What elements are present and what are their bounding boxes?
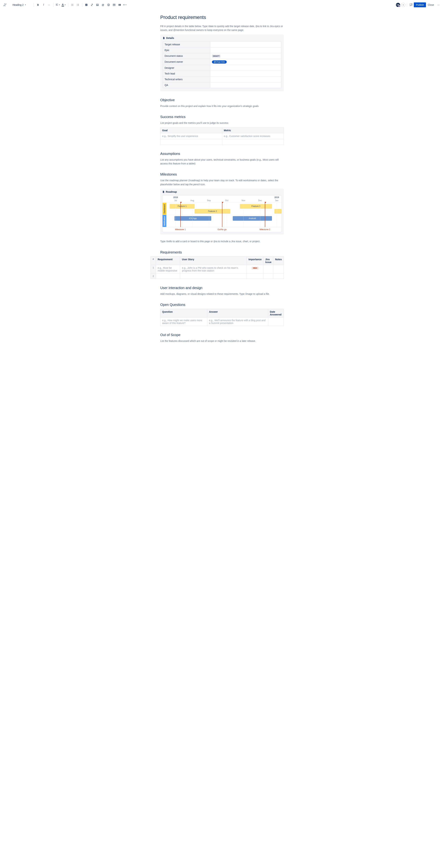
details-row[interactable]: Designer bbox=[163, 65, 281, 71]
request-changes-button[interactable] bbox=[408, 2, 414, 8]
layouts-button[interactable] bbox=[117, 2, 123, 8]
emoji-button[interactable] bbox=[106, 2, 111, 8]
open-question-row[interactable]: e.g., How might we make users more aware… bbox=[161, 317, 284, 326]
out-of-scope-text[interactable]: List the features discussed which are ou… bbox=[160, 339, 284, 343]
requirement-row[interactable]: 2 bbox=[151, 273, 284, 279]
roadmap-chart[interactable]: 20182019JulAugSepOctNovDecJan DashboardF… bbox=[162, 195, 282, 232]
details-value[interactable] bbox=[210, 47, 281, 53]
success-heading[interactable]: Success metrics bbox=[160, 115, 284, 119]
open-question-cell[interactable] bbox=[268, 317, 284, 326]
details-value[interactable] bbox=[210, 65, 281, 71]
requirement-cell[interactable]: e.g., Must be mobile responsive bbox=[156, 265, 180, 273]
details-row[interactable]: Epic bbox=[163, 47, 281, 53]
text-style-select[interactable]: Heading 2 ▼ bbox=[11, 3, 30, 7]
details-row[interactable]: Document owner@Chan Kim bbox=[163, 59, 281, 65]
assumptions-text[interactable]: List any assumptions you have about your… bbox=[160, 158, 284, 166]
milestone-label: Milestone 2 bbox=[260, 228, 270, 231]
roadmap-bar[interactable]: Feature 1 bbox=[170, 204, 195, 209]
details-value[interactable] bbox=[210, 76, 281, 82]
details-row[interactable]: Target release bbox=[163, 41, 281, 47]
more-formatting-button[interactable]: ··· bbox=[46, 2, 52, 8]
roadmap-bar[interactable]: iOS App bbox=[174, 216, 211, 221]
success-metrics-table[interactable]: Goal Metric e.g., Simplify the user expe… bbox=[160, 127, 284, 145]
numbered-list-button[interactable]: 123 bbox=[75, 2, 81, 8]
details-row[interactable]: Tech lead bbox=[163, 71, 281, 76]
milestone-line bbox=[180, 203, 181, 227]
page-title[interactable]: Product requirements bbox=[160, 14, 284, 20]
milestones-heading[interactable]: Milestones bbox=[160, 173, 284, 176]
requirement-row[interactable]: 1e.g., Must be mobile responsivee.g., Jo… bbox=[151, 265, 284, 273]
uid-heading[interactable]: User interaction and design bbox=[160, 286, 284, 290]
insert-button[interactable]: + ▼ bbox=[123, 2, 128, 8]
out-of-scope-heading[interactable]: Out of Scope bbox=[160, 333, 284, 337]
metrics-cell[interactable] bbox=[161, 139, 222, 145]
details-value[interactable] bbox=[210, 82, 281, 88]
importance-cell[interactable]: HIGH bbox=[247, 265, 263, 273]
text-color-button[interactable]: A ▼ bbox=[61, 2, 67, 8]
roadmap-footer-text[interactable]: Type /trello to add a card or board to t… bbox=[160, 239, 284, 243]
more-actions-button[interactable]: ··· bbox=[436, 2, 441, 8]
details-value[interactable] bbox=[210, 71, 281, 76]
avatar-editing-badge: ✎ bbox=[398, 5, 401, 7]
notes-cell[interactable] bbox=[273, 265, 284, 273]
user-story-cell[interactable] bbox=[180, 273, 247, 279]
col-importance: Importance bbox=[247, 256, 263, 265]
italic-button[interactable]: I bbox=[41, 2, 46, 8]
assumptions-heading[interactable]: Assumptions bbox=[160, 152, 284, 156]
align-button[interactable]: ▼ bbox=[55, 2, 61, 8]
objective-heading[interactable]: Objective bbox=[160, 98, 284, 102]
requirements-table[interactable]: # Requirement User Story Importance Jira… bbox=[150, 256, 284, 279]
roadmap-panel[interactable]: Roadmap 20182019JulAugSepOctNovDecJan Da… bbox=[160, 189, 284, 235]
user-mention[interactable]: @Chan Kim bbox=[212, 60, 227, 64]
jira-cell[interactable] bbox=[264, 273, 273, 279]
success-text[interactable]: List project goals and the metrics you'l… bbox=[160, 121, 284, 125]
open-question-cell[interactable]: e.g., How might we make users more aware… bbox=[161, 317, 207, 326]
details-row[interactable]: QA bbox=[163, 82, 281, 88]
importance-cell[interactable] bbox=[247, 273, 263, 279]
bullet-list-button[interactable] bbox=[70, 2, 75, 8]
close-button[interactable]: Close bbox=[426, 2, 436, 7]
intro-text[interactable]: Fill in project details in the table bel… bbox=[160, 24, 284, 32]
roadmap-bar[interactable]: Android bbox=[233, 216, 272, 221]
details-panel[interactable]: Details Target releaseEpicDocument statu… bbox=[160, 35, 284, 91]
open-questions-heading[interactable]: Open Questions bbox=[160, 303, 284, 307]
month-label: Oct bbox=[225, 199, 229, 202]
month-label: Aug bbox=[191, 199, 194, 202]
link-button[interactable] bbox=[89, 2, 95, 8]
jira-cell[interactable] bbox=[264, 265, 273, 273]
invite-button[interactable]: + bbox=[401, 3, 405, 7]
publish-button[interactable]: Publish bbox=[414, 2, 426, 7]
table-button[interactable] bbox=[111, 2, 117, 8]
metrics-cell[interactable]: e.g., Customer satisfaction score increa… bbox=[222, 133, 284, 139]
details-row[interactable]: Document statusDRAFT bbox=[163, 53, 281, 59]
confluence-logo[interactable] bbox=[3, 3, 7, 7]
uid-text[interactable]: Add mockups, diagrams, or visual designs… bbox=[160, 292, 284, 296]
metrics-row[interactable] bbox=[161, 139, 284, 145]
details-row[interactable]: Technical writers bbox=[163, 76, 281, 82]
metrics-row[interactable]: e.g., Simplify the user experiencee.g., … bbox=[161, 133, 284, 139]
requirements-heading[interactable]: Requirements bbox=[160, 250, 284, 254]
milestone-line bbox=[265, 203, 265, 227]
requirement-cell[interactable] bbox=[156, 273, 180, 279]
metrics-cell[interactable]: e.g., Simplify the user experience bbox=[161, 133, 222, 139]
details-value[interactable]: @Chan Kim bbox=[210, 59, 281, 65]
notes-cell[interactable] bbox=[273, 273, 284, 279]
user-story-cell[interactable]: e.g., John is a PM who wants to check on… bbox=[180, 265, 247, 273]
details-value[interactable]: DRAFT bbox=[210, 53, 281, 59]
metrics-cell[interactable] bbox=[222, 139, 284, 145]
roadmap-bar[interactable] bbox=[274, 209, 281, 214]
bold-button[interactable]: B bbox=[35, 2, 41, 8]
roadmap-bar[interactable]: Feature 2 bbox=[195, 209, 230, 214]
details-value[interactable] bbox=[210, 41, 281, 47]
open-questions-table[interactable]: Question Answer Date Answered e.g., How … bbox=[160, 309, 284, 326]
milestones-text[interactable]: Use the roadmap planner (/roadmap) to he… bbox=[160, 179, 284, 186]
user-avatar[interactable]: CK ✎ bbox=[396, 3, 400, 7]
roadmap-bar[interactable]: Feature 3 bbox=[240, 204, 272, 209]
mention-button[interactable]: @ bbox=[100, 2, 106, 8]
objective-text[interactable]: Provide context on this project and expl… bbox=[160, 104, 284, 108]
image-button[interactable] bbox=[95, 2, 100, 8]
action-item-button[interactable] bbox=[83, 2, 89, 8]
open-question-cell[interactable]: e.g., We'll announce the feature with a … bbox=[207, 317, 268, 326]
details-table[interactable]: Target releaseEpicDocument statusDRAFTDo… bbox=[163, 41, 281, 88]
row-number: 1 bbox=[151, 265, 156, 273]
